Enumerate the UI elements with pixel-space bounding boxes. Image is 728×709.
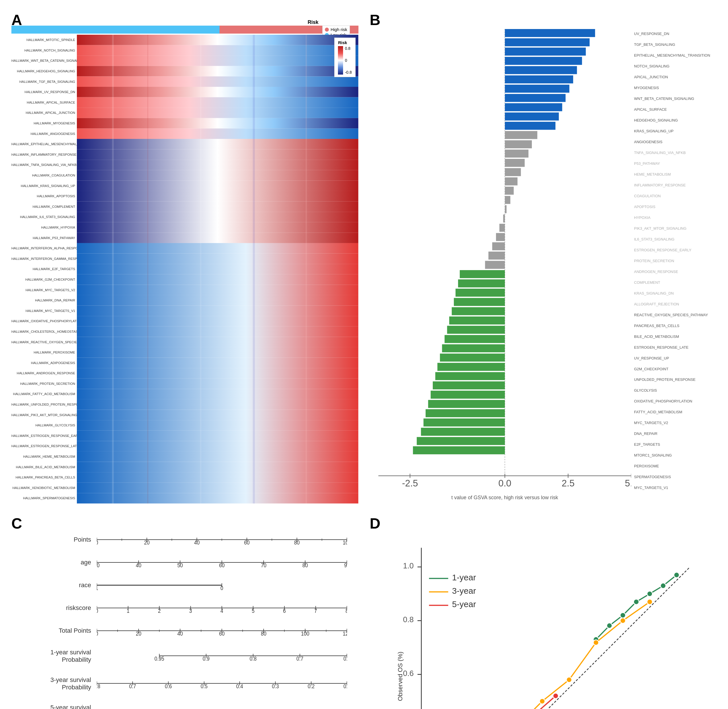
svg-text:70: 70 — [261, 562, 266, 567]
heatmap-gene-1: HALLMARK_MITOTIC_SPINDLE — [12, 38, 75, 42]
nomogram-row-points: Points 0 — [23, 535, 347, 545]
svg-rect-12 — [77, 160, 358, 170]
svg-rect-6 — [77, 97, 358, 108]
svg-text:0.8: 0.8 — [403, 616, 414, 624]
svg-text:60: 60 — [244, 539, 250, 545]
svg-rect-89 — [454, 298, 505, 306]
risk-label: Risk — [307, 19, 318, 25]
svg-rect-25 — [77, 295, 358, 306]
svg-text:0.6: 0.6 — [403, 669, 414, 678]
calibration-svg: 0.0 0.2 0.4 0.6 0.8 1.0 0.0 0.2 0.4 0.6 … — [398, 543, 706, 709]
svg-point-259 — [566, 677, 572, 683]
nomogram-scale-points: 0 20 40 60 80 100 — [97, 535, 347, 545]
svg-rect-91 — [449, 317, 504, 324]
svg-rect-24 — [77, 284, 358, 295]
svg-text:3: 3 — [189, 608, 192, 613]
svg-rect-18 — [77, 222, 358, 233]
svg-text:0.8: 0.8 — [97, 683, 100, 689]
svg-rect-103 — [421, 428, 505, 436]
panel-c-label: C — [12, 515, 22, 532]
svg-rect-80 — [503, 214, 505, 223]
svg-rect-96 — [437, 363, 505, 371]
heatmap-legend-title: Risk — [338, 40, 352, 45]
svg-rect-36 — [77, 410, 358, 420]
svg-text:50: 50 — [177, 562, 183, 567]
svg-rect-32 — [77, 368, 358, 379]
nomogram-label-1yr: 1-year survival Probability — [23, 649, 97, 664]
svg-rect-76 — [505, 177, 517, 185]
svg-text:0.6: 0.6 — [344, 655, 347, 661]
svg-text:0.1: 0.1 — [344, 683, 347, 689]
svg-text:90: 90 — [344, 562, 347, 567]
svg-rect-78 — [505, 196, 510, 204]
svg-rect-84 — [488, 252, 505, 260]
svg-rect-8 — [77, 118, 358, 128]
nomogram-label-age: age — [23, 559, 97, 566]
svg-text:0.95: 0.95 — [155, 655, 164, 661]
barchart-inner: -2.5 0.0 2.5 5.0 — [379, 28, 711, 493]
svg-rect-65 — [505, 76, 573, 83]
svg-text:0.6: 0.6 — [165, 683, 172, 689]
nomogram-scale-riskscore: 0 1 2 3 4 5 6 7 8 — [97, 603, 347, 613]
svg-rect-77 — [505, 187, 514, 195]
svg-point-255 — [660, 583, 666, 588]
svg-rect-88 — [455, 289, 504, 296]
panel-b-label: B — [370, 12, 381, 28]
svg-rect-33 — [77, 379, 358, 389]
nomogram-scale-3yr: 0.8 0.7 0.6 0.5 0.4 0.3 0.2 0.1 — [97, 678, 347, 689]
nomogram-row-age: age 30 40 50 60 — [23, 557, 347, 567]
svg-rect-81 — [499, 224, 504, 232]
svg-text:2: 2 — [158, 608, 161, 613]
svg-point-254 — [647, 591, 652, 597]
barchart-xlabel: t value of GSVA score, high risk versus … — [379, 495, 711, 500]
svg-rect-15 — [77, 191, 358, 201]
svg-rect-105 — [413, 446, 505, 454]
gradient-mid: 0 — [345, 58, 352, 63]
svg-text:80: 80 — [303, 562, 308, 567]
svg-rect-85 — [485, 261, 505, 269]
svg-rect-20 — [77, 243, 358, 254]
svg-text:30: 30 — [97, 562, 99, 567]
gradient-min: -0.8 — [345, 70, 352, 74]
svg-rect-66 — [505, 85, 569, 92]
svg-rect-71 — [505, 131, 537, 139]
svg-text:60: 60 — [219, 630, 225, 636]
svg-rect-49 — [306, 35, 307, 503]
calibration-container: Observed OS (%) Nomogram-prediced OS (%)… — [398, 543, 706, 709]
svg-rect-22 — [77, 264, 358, 274]
svg-point-267 — [553, 693, 558, 699]
svg-rect-14 — [77, 181, 358, 191]
svg-rect-60 — [505, 29, 595, 37]
svg-text:1: 1 — [97, 585, 98, 590]
svg-text:100: 100 — [301, 630, 309, 636]
svg-rect-2 — [77, 55, 358, 66]
svg-rect-97 — [435, 372, 504, 380]
svg-rect-62 — [505, 48, 586, 55]
nomogram-label-riskscore: riskscore — [23, 604, 97, 612]
heatmap-ylabel: HALLMARK_MITOTIC_SPINDLE HALLMARK_NOTCH_… — [12, 35, 77, 503]
svg-point-258 — [539, 699, 545, 704]
panel-a: A Risk High risk Low risk HALLMARK_MITOT… — [12, 12, 358, 503]
svg-rect-100 — [428, 400, 505, 408]
svg-rect-68 — [505, 103, 562, 111]
svg-rect-29 — [77, 337, 358, 347]
svg-text:40: 40 — [136, 562, 142, 567]
svg-rect-40 — [77, 451, 358, 462]
svg-text:0.4: 0.4 — [236, 683, 243, 689]
svg-rect-7 — [77, 108, 358, 118]
risk-colorbar: Risk High risk Low risk — [12, 26, 358, 34]
svg-point-252 — [620, 613, 626, 618]
svg-text:0.7: 0.7 — [129, 683, 136, 689]
svg-text:80: 80 — [261, 630, 266, 636]
svg-rect-83 — [492, 242, 504, 250]
svg-rect-95 — [440, 353, 505, 362]
nomogram-scale-age: 30 40 50 60 70 80 90 — [97, 557, 347, 567]
svg-text:1-year: 1-year — [452, 573, 476, 582]
svg-rect-104 — [417, 437, 504, 445]
svg-text:20: 20 — [144, 539, 150, 545]
svg-rect-45 — [112, 35, 114, 503]
svg-rect-46 — [147, 35, 148, 503]
svg-text:4: 4 — [220, 608, 223, 613]
svg-text:-2.5: -2.5 — [402, 478, 418, 489]
svg-rect-16 — [77, 201, 358, 212]
